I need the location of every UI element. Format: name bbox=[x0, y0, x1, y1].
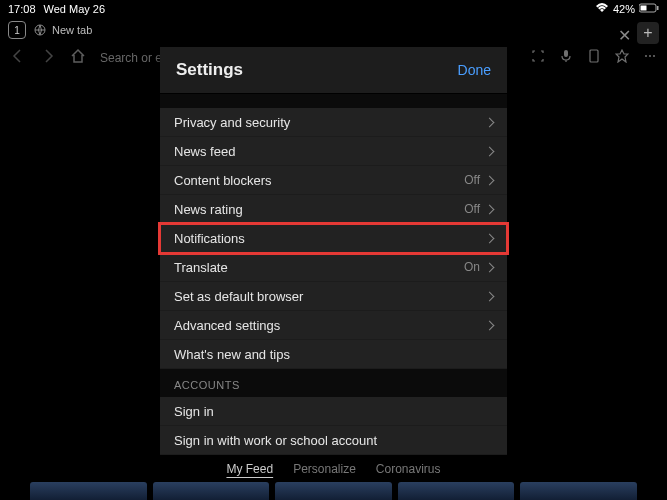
settings-row-translate[interactable]: TranslateOn bbox=[160, 253, 507, 282]
account-row-sign-in[interactable]: Sign in bbox=[160, 397, 507, 426]
chevron-right-icon bbox=[485, 320, 495, 330]
status-bar: 17:08 Wed May 26 42% bbox=[0, 0, 667, 18]
accounts-section-header: ACCOUNTS bbox=[160, 369, 507, 397]
feed-tabs: My FeedPersonalizeCoronavirus bbox=[0, 462, 667, 476]
settings-row-label: Translate bbox=[174, 260, 228, 275]
settings-row-label: Notifications bbox=[174, 231, 245, 246]
settings-row-news-rating[interactable]: News ratingOff bbox=[160, 195, 507, 224]
account-row-label: Sign in bbox=[174, 404, 214, 419]
settings-row-label: Content blockers bbox=[174, 173, 272, 188]
feed-tab-my-feed[interactable]: My Feed bbox=[226, 462, 273, 476]
status-time: 17:08 bbox=[8, 3, 36, 15]
account-row-sign-in-with-work-or-school-account[interactable]: Sign in with work or school account bbox=[160, 426, 507, 455]
settings-row-what-s-new-and-tips[interactable]: What's new and tips bbox=[160, 340, 507, 369]
battery-percent: 42% bbox=[613, 3, 635, 15]
mic-icon[interactable] bbox=[559, 49, 573, 67]
chevron-right-icon bbox=[485, 204, 495, 214]
favorites-icon[interactable] bbox=[615, 49, 629, 67]
chevron-right-icon bbox=[485, 175, 495, 185]
svg-point-8 bbox=[653, 55, 655, 57]
settings-row-label: What's new and tips bbox=[174, 347, 290, 362]
tab-count-value: 1 bbox=[14, 25, 20, 36]
feed-card[interactable] bbox=[30, 482, 147, 500]
scan-icon[interactable] bbox=[531, 49, 545, 67]
settings-row-notifications[interactable]: Notifications bbox=[160, 224, 507, 253]
device-icon[interactable] bbox=[587, 49, 601, 67]
settings-row-privacy-and-security[interactable]: Privacy and security bbox=[160, 108, 507, 137]
settings-row-content-blockers[interactable]: Content blockersOff bbox=[160, 166, 507, 195]
feed-tab-coronavirus[interactable]: Coronavirus bbox=[376, 462, 441, 476]
svg-rect-1 bbox=[641, 6, 647, 11]
settings-row-set-as-default-browser[interactable]: Set as default browser bbox=[160, 282, 507, 311]
tab-label: New tab bbox=[52, 24, 92, 36]
settings-row-label: Advanced settings bbox=[174, 318, 280, 333]
tab-current[interactable]: New tab bbox=[34, 24, 92, 36]
settings-row-value: Off bbox=[464, 202, 480, 216]
settings-row-label: Privacy and security bbox=[174, 115, 290, 130]
settings-row-value: Off bbox=[464, 173, 480, 187]
feed-card[interactable] bbox=[153, 482, 270, 500]
settings-row-label: Set as default browser bbox=[174, 289, 303, 304]
battery-icon bbox=[639, 3, 659, 15]
close-tab-button[interactable]: ✕ bbox=[618, 26, 631, 45]
settings-title: Settings bbox=[176, 60, 243, 80]
feed-card[interactable] bbox=[275, 482, 392, 500]
done-button[interactable]: Done bbox=[458, 62, 491, 78]
more-icon[interactable] bbox=[643, 49, 657, 67]
accounts-list: Sign inSign in with work or school accou… bbox=[160, 397, 507, 455]
tab-count-button[interactable]: 1 bbox=[8, 21, 26, 39]
settings-row-news-feed[interactable]: News feed bbox=[160, 137, 507, 166]
settings-header: Settings Done bbox=[160, 47, 507, 94]
back-icon[interactable] bbox=[10, 48, 26, 68]
chevron-right-icon bbox=[485, 291, 495, 301]
chevron-right-icon bbox=[485, 146, 495, 156]
chevron-right-icon bbox=[485, 117, 495, 127]
settings-row-label: News feed bbox=[174, 144, 235, 159]
home-icon[interactable] bbox=[70, 48, 86, 68]
svg-point-7 bbox=[649, 55, 651, 57]
svg-rect-4 bbox=[564, 50, 568, 57]
status-date: Wed May 26 bbox=[44, 3, 106, 15]
svg-point-6 bbox=[645, 55, 647, 57]
globe-icon bbox=[34, 24, 46, 36]
feed-tab-personalize[interactable]: Personalize bbox=[293, 462, 356, 476]
new-tab-button[interactable]: + bbox=[637, 22, 659, 44]
chevron-right-icon bbox=[485, 233, 495, 243]
feed-card[interactable] bbox=[520, 482, 637, 500]
account-row-label: Sign in with work or school account bbox=[174, 433, 377, 448]
feed-strip bbox=[0, 482, 667, 500]
settings-row-value: On bbox=[464, 260, 480, 274]
settings-row-advanced-settings[interactable]: Advanced settings bbox=[160, 311, 507, 340]
tab-bar: 1 New tab bbox=[0, 18, 667, 42]
wifi-icon bbox=[595, 3, 609, 15]
settings-list: Privacy and securityNews feedContent blo… bbox=[160, 108, 507, 369]
feed-card[interactable] bbox=[398, 482, 515, 500]
chevron-right-icon bbox=[485, 262, 495, 272]
settings-panel: Settings Done Privacy and securityNews f… bbox=[160, 47, 507, 455]
settings-row-label: News rating bbox=[174, 202, 243, 217]
forward-icon[interactable] bbox=[40, 48, 56, 68]
svg-rect-2 bbox=[657, 6, 659, 10]
svg-rect-5 bbox=[590, 50, 598, 62]
